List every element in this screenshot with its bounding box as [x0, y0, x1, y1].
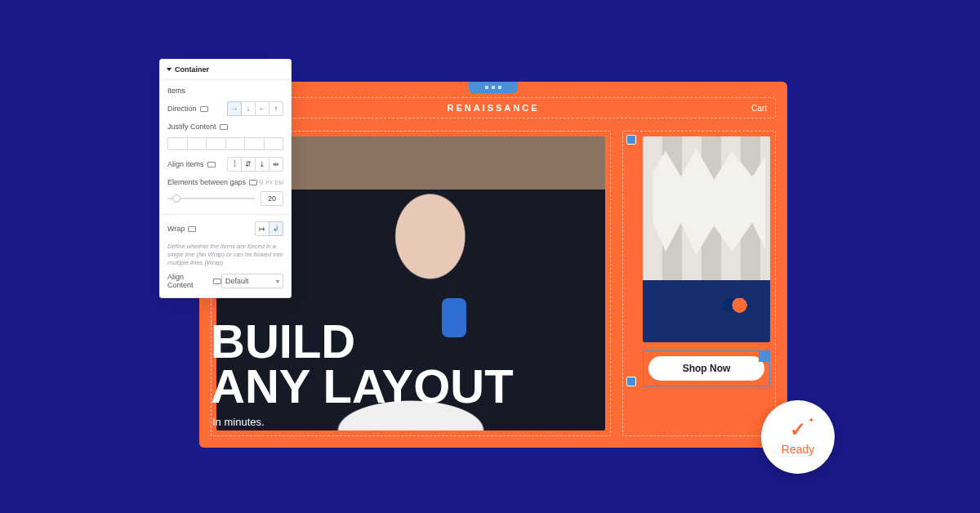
- direction-row-reverse-button[interactable]: ←: [255, 101, 270, 116]
- align-stretch-button[interactable]: ⇹: [269, 157, 283, 172]
- headline-line-2: ANY LAYOUT: [211, 364, 514, 408]
- align-center-button[interactable]: ⇵: [241, 157, 256, 172]
- panel-section-toggle[interactable]: Container: [160, 60, 291, 80]
- wrap-hint: Define whether the items are forced in a…: [167, 243, 283, 266]
- align-items-buttons: ⸾ ⇵ ⤓ ⇹: [227, 157, 283, 172]
- edit-icon[interactable]: [759, 350, 770, 362]
- direction-row-button[interactable]: →: [227, 101, 242, 116]
- ready-badge: ✓ Ready: [761, 400, 835, 474]
- wrap-button[interactable]: ↲: [269, 221, 283, 236]
- headline-line-1: BUILD: [211, 319, 514, 364]
- wrap-buttons: ↦ ↲: [255, 221, 283, 236]
- gaps-input[interactable]: [261, 191, 283, 206]
- responsive-icon[interactable]: [220, 124, 228, 130]
- responsive-icon[interactable]: [200, 106, 208, 112]
- hero-headline: BUILD ANY LAYOUT: [211, 319, 514, 408]
- justify-end-button[interactable]: [206, 137, 226, 150]
- slider-handle-icon[interactable]: [172, 194, 180, 203]
- responsive-icon[interactable]: [207, 162, 216, 167]
- gaps-label: Elements between gaps: [167, 178, 246, 186]
- product-image[interactable]: [643, 136, 770, 342]
- selection-handle-icon[interactable]: [626, 377, 636, 386]
- align-content-select[interactable]: Default: [221, 274, 283, 288]
- justify-content-buttons: [167, 137, 283, 150]
- align-end-button[interactable]: ⤓: [255, 157, 270, 172]
- align-content-label: Align Content: [167, 273, 210, 289]
- responsive-icon[interactable]: [213, 279, 221, 284]
- align-start-button[interactable]: ⸾: [227, 157, 242, 172]
- link-icon[interactable]: ⚲: [259, 179, 264, 186]
- responsive-icon[interactable]: [188, 226, 196, 232]
- align-items-label: Align Items: [167, 160, 204, 168]
- items-heading: Items: [167, 87, 283, 95]
- justify-around-button[interactable]: [244, 137, 265, 150]
- cart-link[interactable]: Cart: [751, 104, 767, 113]
- justify-between-button[interactable]: [225, 137, 246, 150]
- justify-evenly-button[interactable]: [264, 137, 284, 150]
- direction-column-reverse-button[interactable]: ↑: [269, 101, 283, 116]
- product-column[interactable]: Shop Now: [622, 131, 776, 436]
- hero-subtitle: In minutes.: [212, 416, 265, 428]
- selection-handle-icon[interactable]: [626, 135, 636, 145]
- align-content-value: Default: [225, 277, 249, 285]
- direction-label: Direction: [167, 105, 197, 113]
- direction-column-button[interactable]: ↓: [241, 101, 256, 116]
- caret-down-icon: [167, 68, 172, 71]
- no-wrap-button[interactable]: ↦: [255, 221, 270, 236]
- button-widget-selected[interactable]: Shop Now: [643, 350, 770, 386]
- site-header[interactable]: RENAISSANCE Cart: [211, 97, 776, 118]
- canvas-drag-handle[interactable]: [469, 82, 518, 93]
- divider: [160, 214, 291, 215]
- direction-buttons: → ↓ ← ↑: [227, 101, 283, 116]
- shop-now-button[interactable]: Shop Now: [648, 356, 764, 381]
- unit-em[interactable]: EM: [275, 180, 284, 185]
- justify-center-button[interactable]: [187, 137, 207, 150]
- unit-px[interactable]: PX: [265, 180, 273, 185]
- site-brand: RENAISSANCE: [447, 103, 539, 113]
- responsive-icon[interactable]: [249, 180, 257, 185]
- check-icon: ✓: [790, 418, 806, 441]
- badge-label: Ready: [782, 443, 814, 456]
- panel-title: Container: [175, 65, 209, 74]
- gaps-slider[interactable]: [167, 198, 256, 199]
- justify-start-button[interactable]: [167, 137, 188, 150]
- properties-panel: Container Items Direction → ↓ ← ↑ Justif…: [159, 59, 292, 298]
- justify-content-label: Justify Content: [167, 123, 216, 131]
- wrap-label: Wrap: [167, 225, 185, 233]
